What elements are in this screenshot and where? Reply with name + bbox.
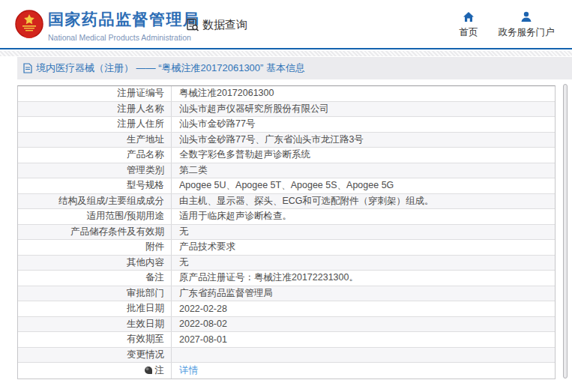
national-emblem-icon (15, 10, 43, 40)
nav-portal[interactable]: 政务服务门户 (490, 11, 562, 39)
table-row: 审批部门广东省药品监督管理局 (18, 286, 555, 302)
row-value: 粤械注准20172061300 (172, 86, 555, 101)
row-value (172, 348, 555, 363)
row-value: Apogee 5U、Apogee 5T、Apogee 5S、Apogee 5G (172, 178, 555, 193)
table-row: 生产地址汕头市金砂路77号、广东省汕头市龙江路3号 (18, 133, 555, 148)
row-value: 原产品注册证号：粤械注准20172231300。 (172, 271, 555, 286)
table-row: 注详情 (18, 363, 555, 379)
home-icon (463, 11, 475, 22)
row-value: 产品技术要求 (172, 240, 555, 255)
document-icon (23, 63, 32, 73)
row-label: 生产地址 (18, 133, 172, 148)
row-label: 注 (18, 363, 172, 379)
brand-subtitle: National Medical Products Administration (48, 33, 200, 42)
row-value: 2022-02-28 (172, 301, 555, 316)
note-balloon-icon (145, 367, 152, 374)
row-label: 适用范围/预期用途 (18, 209, 172, 224)
row-label: 其他内容 (18, 256, 172, 271)
row-label: 注册人名称 (18, 102, 172, 117)
row-label: 注册证编号 (18, 86, 172, 101)
row-value: 第二类 (172, 163, 555, 178)
table-row: 变更情况 (18, 348, 555, 364)
row-label: 型号规格 (18, 178, 172, 193)
row-label: 变更情况 (18, 348, 172, 363)
row-value: 汕头市金砂路77号、广东省汕头市龙江路3号 (172, 133, 555, 148)
vertical-scrollbar[interactable] (563, 84, 568, 379)
row-value: 全数字彩色多普勒超声诊断系统 (172, 148, 555, 163)
row-value: 汕头市金砂路77号 (172, 117, 555, 132)
row-value: 详情 (172, 363, 555, 379)
table-row: 注册人名称汕头市超声仪器研究所股份有限公司 (18, 102, 555, 118)
row-label: 注册人住所 (18, 117, 172, 132)
row-label: 备注 (18, 271, 172, 286)
table-row: 产品名称全数字彩色多普勒超声诊断系统 (18, 148, 555, 163)
row-label: 产品储存条件及有效期 (18, 225, 172, 240)
row-label: 批准日期 (18, 301, 172, 316)
row-label: 管理类别 (18, 163, 172, 178)
info-table: 注册证编号粤械注准20172061300注册人名称汕头市超声仪器研究所股份有限公… (17, 85, 556, 379)
table-row: 有效期至2027-08-01 (18, 332, 555, 348)
table-row: 适用范围/预期用途适用于临床超声诊断检查。 (18, 209, 555, 225)
site-header: 国家药品监督管理局 National Medical Products Admi… (0, 0, 572, 49)
row-value: 无 (172, 256, 555, 271)
nav-home[interactable]: 首页 (451, 11, 487, 39)
row-label: 附件 (18, 240, 172, 255)
header-divider-hatch (0, 51, 572, 56)
row-label: 产品名称 (18, 148, 172, 163)
row-value: 适用于临床超声诊断检查。 (172, 209, 555, 224)
page: 国家药品监督管理局 National Medical Products Admi… (0, 0, 572, 392)
row-label: 有效期至 (18, 332, 172, 347)
breadcrumb-text: 境内医疗器械（注册） —— “粤械注准20172061300” 基本信息 (36, 61, 305, 75)
table-row: 型号规格Apogee 5U、Apogee 5T、Apogee 5S、Apogee… (18, 178, 555, 194)
detail-link[interactable]: 详情 (179, 364, 198, 377)
brand-title: 国家药品监督管理局 (48, 9, 200, 30)
brand-text[interactable]: 国家药品监督管理局 National Medical Products Admi… (48, 9, 200, 42)
table-row: 备注原产品注册证号：粤械注准20172231300。 (18, 271, 555, 286)
table-row: 批准日期2022-02-28 (18, 301, 555, 317)
nav-portal-label: 政务服务门户 (499, 27, 555, 37)
breadcrumb: 境内医疗器械（注册） —— “粤械注准20172061300” 基本信息 (17, 57, 572, 79)
row-label: 审批部门 (18, 286, 172, 301)
table-row: 产品储存条件及有效期无 (18, 225, 555, 241)
table-row: 其他内容无 (18, 256, 555, 271)
table-row: 注册证编号粤械注准20172061300 (18, 86, 555, 102)
row-value: 2022-08-02 (172, 317, 555, 332)
nmpa-emblem-logo[interactable] (15, 10, 43, 40)
table-row: 管理类别第二类 (18, 163, 555, 179)
data-query-icon (185, 17, 200, 32)
data-query-label: 数据查询 (202, 18, 247, 32)
table-row: 结构及组成/主要组成成分由主机、显示器、探头、ECG和可选配附件（穿刺架）组成。 (18, 194, 555, 210)
row-value: 广东省药品监督管理局 (172, 286, 555, 301)
row-label: 生效日期 (18, 317, 172, 332)
table-row: 附件产品技术要求 (18, 240, 555, 256)
row-value: 汕头市超声仪器研究所股份有限公司 (172, 102, 555, 117)
user-icon (520, 11, 532, 22)
row-label: 结构及组成/主要组成成分 (18, 194, 172, 209)
nav-home-label: 首页 (460, 27, 478, 37)
row-value: 无 (172, 225, 555, 240)
row-value: 由主机、显示器、探头、ECG和可选配附件（穿刺架）组成。 (172, 194, 555, 209)
table-row: 注册人住所汕头市金砂路77号 (18, 117, 555, 133)
data-query-menu[interactable]: 数据查询 (185, 17, 247, 32)
row-value: 2027-08-01 (172, 332, 555, 347)
table-row: 生效日期2022-08-02 (18, 317, 555, 333)
